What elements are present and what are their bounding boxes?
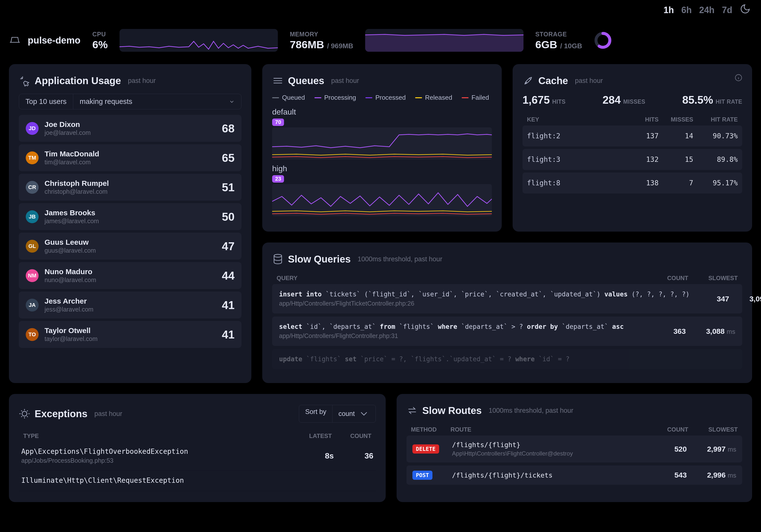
user-name: James Brooks: [44, 208, 216, 217]
cpu-label: CPU: [92, 31, 108, 38]
card-title: Slow Queries: [288, 254, 351, 265]
svg-point-4: [22, 411, 27, 416]
method-badge: DELETE: [412, 444, 439, 453]
query-slowest: 3,088 ms: [686, 327, 735, 335]
cache-key: flight:2: [527, 132, 629, 140]
query-count: 347: [689, 295, 729, 303]
theme-toggle[interactable]: [740, 3, 751, 17]
user-count: 51: [222, 181, 235, 194]
period-1h[interactable]: 1h: [664, 5, 674, 15]
query-row[interactable]: select `id`, `departs_at` from `flights`…: [272, 317, 742, 346]
exception-location: app/Jobs/ProcessBooking.php:53: [21, 457, 284, 464]
cache-row[interactable]: flight:31321589.8%: [522, 149, 742, 170]
exception-count: 36: [334, 451, 373, 460]
queue-name: high: [272, 164, 492, 173]
avatar: TO: [26, 328, 38, 341]
period-7d[interactable]: 7d: [722, 5, 732, 15]
card-subtitle: 1000ms threshold, past hour: [489, 407, 573, 414]
legend-item: Released: [415, 94, 452, 101]
queue-block: default70: [272, 107, 492, 160]
user-count: 41: [222, 298, 235, 312]
database-icon: [272, 253, 283, 265]
exception-type: App\Exceptions\FlightOverbookedException: [21, 447, 284, 455]
route-slowest: 2,997 ms: [687, 445, 736, 453]
legend-swatch: [315, 97, 322, 98]
legend-swatch: [462, 97, 469, 98]
user-row[interactable]: GLGuus Leeuwguus@laravel.com47: [19, 233, 242, 260]
method-badge: POST: [412, 471, 433, 480]
cache-rate: 85.5%: [682, 94, 713, 106]
chevron-down-icon: [358, 408, 370, 419]
bug-icon: [19, 408, 30, 419]
filter-tab-action[interactable]: making requests: [73, 94, 241, 109]
memory-sparkline: [365, 29, 523, 52]
server-name: pulse-demo: [28, 35, 81, 46]
rocket-icon: [522, 75, 534, 87]
legend-swatch: [415, 97, 422, 98]
exc-table-body: App\Exceptions\FlightOverbookedException…: [19, 442, 376, 491]
cache-misses: 284: [603, 94, 621, 106]
legend-swatch: [272, 97, 279, 98]
user-row[interactable]: TMTim MacDonaldtim@laravel.com65: [19, 144, 242, 171]
server-name-block: pulse-demo: [9, 34, 81, 46]
card-title: Slow Routes: [422, 405, 482, 416]
queue-graph: [272, 184, 492, 216]
user-row[interactable]: JDJoe Dixonjoe@laravel.com68: [19, 115, 242, 142]
card-queues: Queues past hour QueuedProcessingProcess…: [262, 64, 502, 232]
storage-gauge: [594, 31, 612, 49]
user-name: Nuno Maduro: [44, 267, 216, 276]
card-subtitle: past hour: [575, 77, 603, 85]
user-count: 44: [222, 269, 235, 282]
info-icon[interactable]: [734, 74, 743, 83]
queue-graph: [272, 127, 492, 160]
queue-icon: [272, 75, 283, 87]
route-uri: /flights/{flight}/tickets: [452, 471, 647, 479]
cpu-block: CPU 6%: [92, 31, 108, 50]
cache-row[interactable]: flight:21371490.73%: [522, 125, 742, 147]
query-sql: update `flights` set `price` = ?, `fligh…: [279, 355, 646, 363]
card-title: Application Usage: [34, 75, 121, 87]
period-6h[interactable]: 6h: [681, 5, 692, 15]
period-24h[interactable]: 24h: [699, 5, 715, 15]
exceptions-sort[interactable]: Sort by count: [299, 405, 376, 423]
user-count: 41: [222, 328, 235, 341]
user-row[interactable]: TOTaylor Otwelltaylor@laravel.com41: [19, 321, 242, 348]
queue-list: default70high23: [272, 107, 492, 216]
storage-label: STORAGE: [535, 31, 582, 38]
exception-row[interactable]: Illuminate\Http\Client\RequestException: [19, 471, 376, 491]
card-subtitle: past hour: [331, 77, 359, 85]
user-row[interactable]: JAJess Archerjess@laravel.com41: [19, 291, 242, 319]
arrows-exchange-icon: [406, 405, 418, 416]
sort-label: Sort by: [299, 405, 332, 422]
query-row[interactable]: update `flights` set `price` = ?, `fligh…: [272, 349, 742, 369]
filter-tab-top-users[interactable]: Top 10 users: [19, 94, 73, 109]
query-row[interactable]: insert into `tickets` (`flight_id`, `use…: [272, 284, 742, 314]
sort-value[interactable]: count: [332, 405, 376, 422]
exception-row[interactable]: App\Exceptions\FlightOverbookedException…: [19, 442, 376, 471]
route-row[interactable]: POST/flights/{flight}/tickets5432,996 ms: [406, 465, 742, 485]
user-email: nuno@laravel.com: [44, 276, 216, 284]
queue-badge: 70: [272, 119, 284, 126]
card-subtitle: past hour: [94, 410, 122, 418]
queue-legend: QueuedProcessingProcessedReleasedFailed: [272, 94, 492, 101]
card-slow-queries: Slow Queries 1000ms threshold, past hour…: [262, 243, 752, 383]
query-location: app/Http/Controllers/FlightController.ph…: [279, 332, 646, 339]
memory-value: 786MB / 969MB: [290, 39, 353, 50]
cache-table-body: flight:21371490.73%flight:31321589.8%fli…: [522, 125, 742, 194]
query-sql: insert into `tickets` (`flight_id`, `use…: [279, 290, 689, 298]
avatar: CR: [26, 181, 38, 194]
user-row[interactable]: NMNuno Maduronuno@laravel.com44: [19, 262, 242, 289]
user-count: 68: [222, 122, 235, 135]
query-sql: select `id`, `departs_at` from `flights`…: [279, 323, 646, 330]
route-row[interactable]: DELETE/flights/{flight}App\Http\Controll…: [406, 436, 742, 462]
user-email: joe@laravel.com: [44, 129, 216, 136]
cache-table-head: KEY HITS MISSES HIT RATE: [522, 114, 742, 125]
user-name: Jess Archer: [44, 297, 216, 305]
cache-row[interactable]: flight:8138795.17%: [522, 172, 742, 194]
server-header: pulse-demo CPU 6% MEMORY 786MB / 969MB S…: [9, 17, 752, 59]
user-row[interactable]: CRChristoph Rumpelchristoph@laravel.com5…: [19, 174, 242, 201]
cursor-click-icon: [19, 75, 30, 87]
route-count: 543: [647, 471, 687, 479]
usage-filter[interactable]: Top 10 users making requests: [19, 94, 242, 109]
user-row[interactable]: JBJames Brooksjames@laravel.com50: [19, 203, 242, 230]
